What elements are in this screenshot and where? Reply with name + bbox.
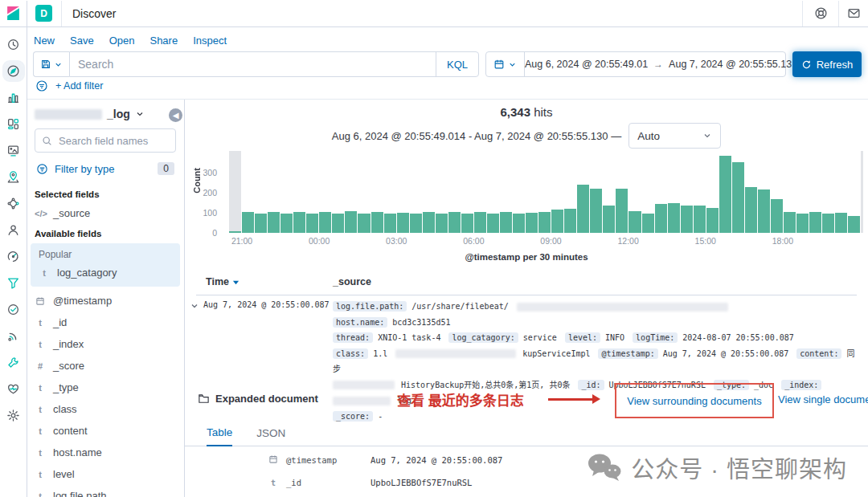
menu-inspect[interactable]: Inspect	[193, 35, 227, 47]
time-column-header[interactable]: Time	[206, 276, 240, 287]
menu-open[interactable]: Open	[109, 35, 135, 47]
field-item-level[interactable]: tlevel	[27, 463, 184, 485]
histogram-bar[interactable]	[332, 151, 344, 233]
date-from[interactable]: Aug 6, 2024 @ 20:55:49.01	[525, 59, 648, 70]
refresh-button[interactable]: Refresh	[792, 51, 862, 77]
source-column-header[interactable]: _source	[333, 276, 371, 287]
histogram-bar[interactable]	[564, 151, 576, 233]
histogram-bar[interactable]	[848, 151, 860, 233]
menu-new[interactable]: New	[34, 35, 55, 47]
histogram-bar[interactable]	[306, 151, 318, 233]
histogram-bar[interactable]	[513, 151, 525, 233]
field-item-log.file.path[interactable]: tlog.file.path	[27, 485, 184, 497]
add-filter-button[interactable]: + Add filter	[55, 80, 103, 92]
kql-language-button[interactable]: KQL	[436, 52, 478, 76]
histogram-bar[interactable]	[384, 151, 396, 233]
field-item-log_catagory[interactable]: tlog_catagory	[31, 262, 180, 283]
rail-maps-icon[interactable]	[5, 169, 23, 185]
rail-stack-monitoring-icon[interactable]	[5, 381, 23, 397]
field-item-_id[interactable]: t_id	[27, 312, 184, 333]
histogram-bar[interactable]	[293, 151, 305, 233]
field-item-_source[interactable]: </>_source	[27, 202, 184, 224]
expand-document-toggle[interactable]	[188, 299, 201, 312]
histogram-bar[interactable]	[577, 151, 589, 233]
histogram-bar[interactable]	[642, 151, 654, 233]
histogram-bar[interactable]	[758, 151, 770, 233]
histogram-bar[interactable]	[809, 151, 821, 233]
saved-query-menu-button[interactable]	[33, 51, 69, 77]
histogram-bar[interactable]	[719, 151, 731, 233]
field-search-input[interactable]	[57, 134, 169, 148]
histogram-bar[interactable]	[436, 151, 448, 233]
histogram-bar[interactable]	[784, 151, 796, 233]
histogram-bar[interactable]	[706, 151, 719, 233]
rail-uptime-icon[interactable]	[5, 301, 23, 318]
menu-save[interactable]: Save	[70, 35, 94, 47]
rail-recently-viewed-icon[interactable]	[5, 36, 23, 53]
rail-machine-learning-icon[interactable]	[5, 195, 23, 212]
index-pattern-switcher[interactable]: _log	[27, 99, 184, 126]
histogram-bar[interactable]	[461, 151, 473, 233]
rail-visualize-icon[interactable]	[5, 89, 23, 106]
search-input[interactable]	[70, 58, 436, 71]
view-single-document-link[interactable]: View single document	[778, 393, 868, 405]
rail-apm-icon[interactable]	[5, 248, 23, 265]
interval-select[interactable]: Auto	[628, 123, 721, 149]
histogram-bar[interactable]	[822, 151, 834, 233]
field-item-_index[interactable]: t_index	[27, 333, 184, 355]
field-item-_score[interactable]: #_score	[27, 355, 184, 377]
histogram-bar[interactable]	[694, 151, 706, 233]
histogram-bar[interactable]	[628, 151, 641, 233]
histogram-bar[interactable]	[410, 151, 422, 233]
filter-by-type[interactable]: Filter by type 0	[27, 161, 184, 185]
histogram-bar[interactable]	[655, 151, 667, 233]
histogram-bar[interactable]	[796, 151, 809, 233]
histogram-bar[interactable]	[526, 151, 538, 233]
rail-canvas-icon[interactable]	[5, 142, 23, 159]
field-item-@timestamp[interactable]: @timestamp	[27, 290, 184, 312]
histogram-bar[interactable]	[616, 151, 628, 233]
histogram-bar[interactable]	[487, 151, 499, 233]
rail-siem-icon[interactable]	[5, 275, 23, 291]
histogram-bar[interactable]	[538, 151, 551, 233]
histogram-bar[interactable]	[590, 151, 602, 233]
space-badge[interactable]: D	[35, 5, 52, 22]
histogram-bar[interactable]	[268, 151, 280, 233]
histogram-bar[interactable]	[500, 151, 512, 233]
collapse-sidebar-button[interactable]: ◀	[169, 108, 182, 122]
histogram-bar[interactable]	[603, 151, 615, 233]
tab-table[interactable]: Table	[207, 423, 232, 446]
histogram-bar[interactable]	[474, 151, 486, 233]
histogram-bar[interactable]	[229, 151, 241, 233]
histogram-bar[interactable]	[371, 151, 383, 233]
date-quick-select-button[interactable]	[486, 52, 525, 76]
rail-security-icon[interactable]	[5, 222, 23, 238]
newsfeed-mail-icon[interactable]	[839, 1, 868, 26]
histogram-bar[interactable]	[242, 151, 254, 233]
tab-json[interactable]: JSON	[256, 423, 285, 446]
field-item-_type[interactable]: t_type	[27, 377, 184, 398]
histogram-bar[interactable]	[745, 151, 757, 233]
histogram-bar[interactable]	[280, 151, 293, 233]
rail-dashboard-icon[interactable]	[5, 116, 23, 132]
histogram-bar[interactable]	[423, 151, 435, 233]
histogram-bar[interactable]	[668, 151, 680, 233]
field-item-content[interactable]: tcontent	[27, 420, 184, 442]
view-surrounding-documents-link[interactable]: View surrounding documents	[627, 395, 761, 407]
histogram-bar[interactable]	[732, 151, 744, 233]
rail-discover-icon[interactable]	[5, 63, 23, 79]
histogram-bar[interactable]	[255, 151, 267, 233]
histogram-bar[interactable]	[319, 151, 331, 233]
menu-share[interactable]: Share	[149, 35, 178, 47]
help-icon[interactable]	[803, 1, 838, 26]
histogram-plot[interactable]	[229, 151, 860, 233]
histogram-bar[interactable]	[397, 151, 409, 233]
histogram-bar[interactable]	[345, 151, 357, 233]
histogram-bar[interactable]	[358, 151, 370, 233]
histogram-bar[interactable]	[835, 151, 847, 233]
rail-metrics-icon[interactable]	[5, 328, 23, 344]
field-item-host.name[interactable]: thost.name	[27, 442, 184, 463]
histogram-bar[interactable]	[681, 151, 693, 233]
kibana-logo[interactable]	[0, 1, 27, 26]
rail-management-icon[interactable]	[5, 407, 23, 424]
